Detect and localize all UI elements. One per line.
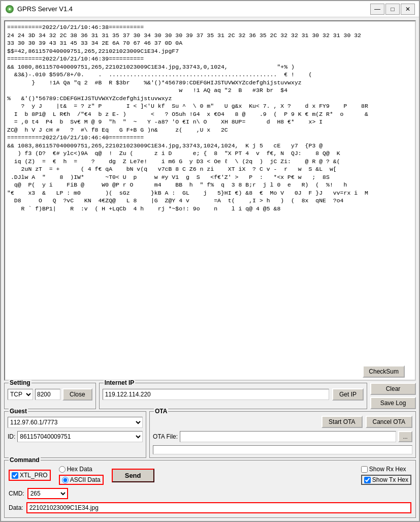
show-rx-hex-label[interactable]: Show Rx Hex xyxy=(361,466,411,473)
ota-top-buttons: Start OTA Cancel OTA xyxy=(153,416,412,428)
log-area: ==========2022/10/21/10:46:38========== … xyxy=(4,20,416,381)
svg-point-2 xyxy=(9,8,11,10)
main-window: GPRS Server V1.4 — □ ✕ ==========2022/10… xyxy=(0,0,420,522)
ota-progress-bar xyxy=(153,445,412,454)
ascii-data-radio[interactable] xyxy=(62,477,69,483)
close-connection-button[interactable]: Close xyxy=(62,388,92,401)
maximize-button[interactable]: □ xyxy=(385,4,400,15)
data-label: Data: xyxy=(9,504,23,511)
port-input[interactable] xyxy=(35,389,60,400)
id-select[interactable]: 861157040009751 xyxy=(17,431,143,442)
ip-inner: Get IP xyxy=(103,388,364,401)
id-label: ID: xyxy=(8,433,15,440)
bottom-controls: Setting TCP UDP Close Internet IP Get IP xyxy=(1,383,419,521)
start-ota-button[interactable]: Start OTA xyxy=(321,416,362,428)
log-content: ==========2022/10/21/10:46:38========== … xyxy=(7,23,413,378)
app-icon xyxy=(5,5,14,14)
show-tx-hex-checkbox[interactable] xyxy=(364,477,371,483)
clear-button[interactable]: Clear xyxy=(370,383,416,395)
ota-inner: Start OTA Cancel OTA OTA File: ... xyxy=(153,416,412,454)
command-group: Command XTL_PRO Hex Data xyxy=(4,460,416,518)
cmd-top-row: XTL_PRO Hex Data ASCII Data xyxy=(9,466,411,485)
guest-group: Guest 112.97.60.1/7773 ID: 8611570400097… xyxy=(4,411,146,458)
guest-inner: 112.97.60.1/7773 ID: 861157040009751 xyxy=(8,417,143,442)
data-row: Data: xyxy=(9,502,411,513)
internet-ip-group: Internet IP Get IP xyxy=(99,383,367,409)
close-button[interactable]: ✕ xyxy=(401,4,415,15)
hex-data-radio[interactable] xyxy=(59,466,66,473)
get-ip-button[interactable]: Get IP xyxy=(332,388,364,401)
right-buttons: Clear Save Log xyxy=(370,383,416,409)
data-input[interactable] xyxy=(26,502,411,513)
row2: Guest 112.97.60.1/7773 ID: 8611570400097… xyxy=(4,411,416,458)
save-log-button[interactable]: Save Log xyxy=(370,397,416,409)
xtl-pro-checkbox[interactable] xyxy=(12,472,18,479)
minimize-button[interactable]: — xyxy=(370,4,384,15)
ota-label: OTA xyxy=(154,408,168,415)
ota-browse-button[interactable]: ... xyxy=(398,431,412,442)
cmd-row: CMD: 265 xyxy=(9,488,411,499)
cmd-label: CMD: xyxy=(9,490,24,497)
ascii-data-label[interactable]: ASCII Data xyxy=(59,475,104,485)
setting-label: Setting xyxy=(9,379,31,386)
command-label: Command xyxy=(9,456,41,464)
ota-file-input[interactable] xyxy=(180,431,396,442)
send-button[interactable]: Send xyxy=(112,469,154,482)
window-controls: — □ ✕ xyxy=(370,4,415,15)
row1: Setting TCP UDP Close Internet IP Get IP xyxy=(4,383,416,409)
protocol-select[interactable]: TCP UDP xyxy=(8,389,33,400)
setting-group: Setting TCP UDP Close xyxy=(4,383,96,409)
guest-label: Guest xyxy=(9,408,28,415)
checksum-button[interactable]: CheckSum xyxy=(363,365,405,378)
xtl-pro-label: XTL_PRO xyxy=(20,472,48,479)
internet-ip-label: Internet IP xyxy=(104,379,136,386)
ota-group: OTA Start OTA Cancel OTA OTA File: ... xyxy=(149,411,416,458)
setting-inner: TCP UDP Close xyxy=(8,388,92,401)
show-rx-hex-checkbox[interactable] xyxy=(361,466,368,473)
cmd-select[interactable]: 265 xyxy=(27,488,68,499)
ota-file-row: OTA File: ... xyxy=(153,431,412,442)
show-tx-hex-text: Show Tx Hex xyxy=(372,476,408,483)
hex-data-text: Hex Data xyxy=(67,466,92,473)
guest-ip-select[interactable]: 112.97.60.1/7773 xyxy=(8,417,143,428)
show-tx-hex-label[interactable]: Show Tx Hex xyxy=(361,475,411,485)
command-inner: XTL_PRO Hex Data ASCII Data xyxy=(9,466,411,513)
ota-file-label: OTA File: xyxy=(153,433,178,440)
xtl-pro-checkbox-label[interactable]: XTL_PRO xyxy=(12,472,48,479)
show-rx-hex-text: Show Rx Hex xyxy=(369,466,406,473)
ip-input[interactable] xyxy=(103,389,329,400)
show-rx-tx-group: Show Rx Hex Show Tx Hex xyxy=(361,466,411,485)
window-title: GPRS Server V1.4 xyxy=(17,5,370,13)
title-bar: GPRS Server V1.4 — □ ✕ xyxy=(1,1,419,17)
hex-ascii-group: Hex Data ASCII Data xyxy=(59,466,104,485)
xtl-pro-wrapper: XTL_PRO xyxy=(9,470,51,481)
ascii-data-text: ASCII Data xyxy=(70,476,101,483)
id-row: ID: 861157040009751 xyxy=(8,431,143,442)
hex-data-label[interactable]: Hex Data xyxy=(59,466,104,473)
cancel-ota-button[interactable]: Cancel OTA xyxy=(366,416,412,428)
